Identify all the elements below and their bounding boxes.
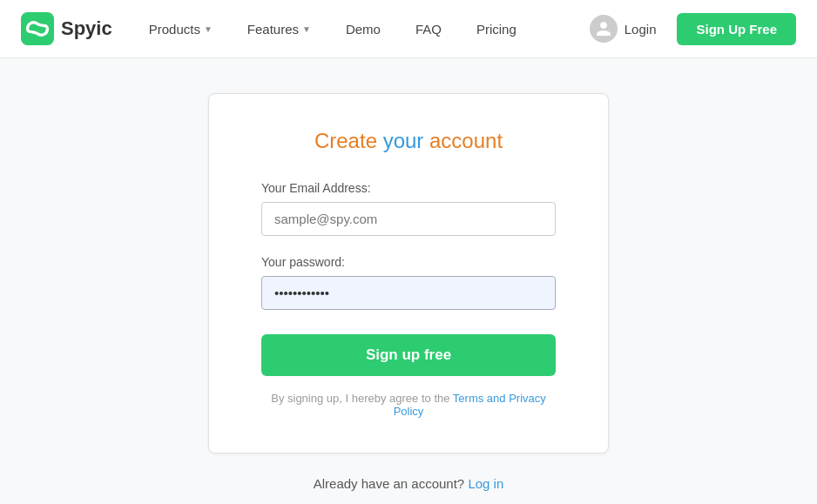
password-field-group: Your password: xyxy=(261,255,556,310)
nav-item-pricing[interactable]: Pricing xyxy=(461,15,532,44)
terms-prefix: By signing up, I hereby agree to the xyxy=(271,392,453,405)
nav-item-faq[interactable]: FAQ xyxy=(400,15,457,44)
nav-demo-label: Demo xyxy=(346,22,381,37)
logo-link[interactable]: Spyic xyxy=(21,12,112,45)
terms-text: By signing up, I hereby agree to the Ter… xyxy=(261,392,556,418)
nav-pricing-label: Pricing xyxy=(476,22,517,37)
login-button[interactable]: Login xyxy=(576,8,671,50)
title-account: account xyxy=(423,129,503,152)
email-label: Your Email Address: xyxy=(261,181,556,195)
password-label: Your password: xyxy=(261,255,556,269)
card-title: Create your account xyxy=(261,129,556,153)
chevron-down-icon: ▼ xyxy=(204,24,213,34)
signup-nav-label: Sign Up Free xyxy=(696,22,777,37)
signup-submit-label: Sign up free xyxy=(366,346,451,363)
nav-item-products[interactable]: Products ▼ xyxy=(133,15,228,44)
nav-right: Login Sign Up Free xyxy=(576,8,796,50)
signup-nav-button[interactable]: Sign Up Free xyxy=(677,13,796,45)
login-label: Login xyxy=(625,22,657,37)
user-icon xyxy=(590,15,618,43)
nav-features-label: Features xyxy=(247,22,299,37)
email-field-group: Your Email Address: xyxy=(261,181,556,236)
nav-products-label: Products xyxy=(149,22,200,37)
signup-card: Create your account Your Email Address: … xyxy=(208,93,609,454)
title-your: your xyxy=(383,129,424,152)
title-create: Create xyxy=(314,129,383,152)
svg-rect-0 xyxy=(21,12,54,45)
navbar: Spyic Products ▼ Features ▼ Demo FAQ Pri… xyxy=(0,0,817,58)
signup-submit-button[interactable]: Sign up free xyxy=(261,334,556,376)
already-label: Already have an account? xyxy=(314,476,464,491)
nav-faq-label: FAQ xyxy=(415,22,442,37)
nav-item-demo[interactable]: Demo xyxy=(330,15,396,44)
nav-item-features[interactable]: Features ▼ xyxy=(232,15,327,44)
main-content: Create your account Your Email Address: … xyxy=(0,58,817,504)
logo-text: Spyic xyxy=(61,17,112,40)
chevron-down-icon: ▼ xyxy=(302,24,311,34)
password-input[interactable] xyxy=(261,276,556,310)
logo-icon xyxy=(21,12,54,45)
email-input[interactable] xyxy=(261,202,556,236)
already-account-text: Already have an account? Log in xyxy=(314,476,504,491)
nav-links: Products ▼ Features ▼ Demo FAQ Pricing xyxy=(133,15,576,44)
log-in-link[interactable]: Log in xyxy=(468,476,503,491)
